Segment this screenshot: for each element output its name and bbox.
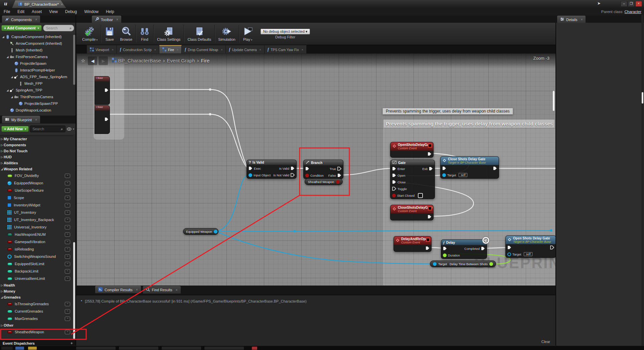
eye-closed-icon[interactable]: ~ xyxy=(65,232,70,237)
eye-closed-icon[interactable]: ~ xyxy=(65,196,70,200)
variable-isreloading[interactable]: isReloading~ xyxy=(0,245,73,253)
tab-components[interactable]: Components× xyxy=(2,16,40,23)
node-open-shots-event[interactable]: OpenShotsDelayGateCustom Event xyxy=(390,142,434,158)
data-pin[interactable] xyxy=(336,180,340,184)
eye-closed-icon[interactable]: ~ xyxy=(65,262,70,266)
debug-object-dropdown[interactable]: No debug object selected ▾ xyxy=(261,29,310,34)
exec-pin[interactable] xyxy=(481,246,485,250)
component-tree-item[interactable]: ProjectileSpawn xyxy=(0,60,73,67)
view-options-button[interactable]: ▾ xyxy=(67,128,74,131)
component-tree-item[interactable]: ◢ThirdPersonCamera xyxy=(0,94,73,100)
graph-tab-viewport[interactable]: Viewport× xyxy=(87,45,117,53)
eye-closed-icon[interactable]: ~ xyxy=(65,330,70,334)
eye-closed-icon[interactable]: ~ xyxy=(65,247,70,251)
tab-compiler-results[interactable]: Compiler Results× xyxy=(95,286,141,293)
data-pin[interactable] xyxy=(489,262,493,266)
component-tree-item[interactable]: ◢CapsuleComponent (Inherited) xyxy=(0,33,73,40)
exec-pin[interactable] xyxy=(291,166,295,170)
category-other[interactable]: ▷Other xyxy=(0,322,73,328)
close-icon[interactable]: × xyxy=(154,48,156,51)
eye-closed-icon[interactable]: ~ xyxy=(65,277,70,281)
taskbar-item[interactable] xyxy=(204,347,244,350)
class-settings-button[interactable]: Class Settings xyxy=(154,23,183,45)
variable-universalitemlimit[interactable]: UniversalItemLimit~ xyxy=(0,275,73,282)
document-tab[interactable]: BP_CharacterBase* × xyxy=(12,0,66,8)
category-weapon-related[interactable]: ◢Weapon Related xyxy=(0,166,73,172)
component-tree-item[interactable]: Mesh (Inherited) xyxy=(0,47,73,53)
exec-pin[interactable] xyxy=(428,215,432,219)
eye-closed-icon[interactable]: ~ xyxy=(65,309,70,314)
category-my-character[interactable]: ▷My Character xyxy=(0,136,73,142)
variable-maxgrenades[interactable]: MaxGrenades~ xyxy=(0,315,73,322)
add-component-button[interactable]: + Add Component▾ xyxy=(1,25,42,31)
eye-closed-icon[interactable]: ~ xyxy=(65,203,70,207)
data-pin[interactable] xyxy=(305,174,309,177)
expander-icon[interactable]: ◢ xyxy=(0,168,4,171)
browse-button[interactable]: Browse xyxy=(117,23,135,45)
taskbar-item[interactable] xyxy=(162,347,201,350)
menu-window[interactable]: Window xyxy=(80,8,102,15)
clipped-node[interactable]: r Base xyxy=(95,76,110,105)
close-icon[interactable]: × xyxy=(302,48,303,51)
close-button[interactable]: × xyxy=(635,1,642,7)
variable-ut_inventory_backpack[interactable]: UT_Inventory_Backpack~ xyxy=(0,216,73,223)
close-icon[interactable]: × xyxy=(260,48,261,51)
comment-title[interactable]: Prevents spamming the trigger, uses dela… xyxy=(384,120,554,128)
exec-pin[interactable] xyxy=(493,166,497,170)
eye-closed-icon[interactable]: ~ xyxy=(65,254,70,259)
class-defaults-button[interactable]: Class Defaults xyxy=(185,23,214,45)
node-open-shots-fn[interactable]: Open Shots Delay GateTarget is BP Charac… xyxy=(505,235,555,258)
expander-icon[interactable]: ▷ xyxy=(0,156,4,159)
eye-closed-icon[interactable]: ~ xyxy=(65,317,70,321)
variable-universal_inventory[interactable]: Universal_Inventory~ xyxy=(0,223,73,231)
tab-details[interactable]: Details× xyxy=(557,16,586,23)
favorite-star-icon[interactable]: ☆ xyxy=(81,58,85,64)
delegate-pin[interactable] xyxy=(426,238,430,242)
clear-button[interactable]: Clear xyxy=(541,340,550,344)
myblueprint-scrollbar[interactable] xyxy=(73,242,75,339)
save-button[interactable]: Save xyxy=(102,23,117,45)
component-tree-item[interactable]: ◢FirstPersonCamera xyxy=(0,53,73,60)
exec-pin[interactable] xyxy=(337,167,341,171)
graph-scrollbar[interactable] xyxy=(553,91,554,111)
start-closed-checkbox[interactable] xyxy=(418,193,423,198)
graph-tab-tps-cam-yaw-fix[interactable]: fTPS Cam Yaw Fix× xyxy=(265,45,307,53)
exec-pin[interactable] xyxy=(443,246,447,250)
expander-icon[interactable]: ◢ xyxy=(6,55,9,58)
add-new-button[interactable]: + Add New▾ xyxy=(1,126,29,132)
components-scrollbar[interactable] xyxy=(73,35,75,85)
close-icon[interactable]: × xyxy=(112,48,114,51)
menu-debug[interactable]: Debug xyxy=(61,8,80,15)
category-do-not-touch[interactable]: ▷Do Not Touch xyxy=(0,148,73,154)
category-grenades[interactable]: ◢Grenades xyxy=(0,294,73,300)
exec-pin[interactable] xyxy=(105,117,109,121)
graph-tab-update-camera[interactable]: fUpdate Camera× xyxy=(226,45,264,53)
expander-icon[interactable]: ▷ xyxy=(0,138,4,141)
node-delay-and-reopen[interactable]: DelayAndReOpenCustom Event xyxy=(393,236,432,252)
category-health[interactable]: ▷Health xyxy=(0,282,73,288)
variable-equippedweapon[interactable]: EquippedWeapon~ xyxy=(0,179,73,187)
menu-view[interactable]: View xyxy=(45,8,61,15)
eye-closed-icon[interactable]: ~ xyxy=(65,210,70,215)
variable-gamepadvibration[interactable]: GamepadVibration~ xyxy=(0,238,73,245)
exec-pin[interactable] xyxy=(249,166,253,170)
expander-icon[interactable]: ▷ xyxy=(0,284,4,287)
eye-closed-icon[interactable]: ~ xyxy=(65,225,70,229)
delegate-pin[interactable] xyxy=(428,206,432,210)
variable-isthrowinggrenades[interactable]: IsThrowingGrenades~ xyxy=(0,300,73,308)
exec-pin[interactable] xyxy=(392,167,396,171)
details-scrollbar[interactable] xyxy=(642,92,643,104)
variable-currentgrenades[interactable]: CurrentGrenades~ xyxy=(0,308,73,315)
exec-pin[interactable] xyxy=(392,187,396,191)
expander-icon[interactable]: ◢ xyxy=(10,75,14,78)
graph-tab-construction-scrip[interactable]: fConstruction Scrip× xyxy=(117,45,159,53)
data-pin[interactable] xyxy=(392,194,396,197)
expander-icon[interactable]: ▷ xyxy=(0,144,4,147)
play-button[interactable]: Play▾ xyxy=(240,23,256,45)
close-icon[interactable]: × xyxy=(221,48,222,51)
expander-icon[interactable]: ◢ xyxy=(10,96,14,99)
tab-my-blueprint[interactable]: My Blueprint× xyxy=(2,116,40,123)
close-icon[interactable]: × xyxy=(116,18,118,21)
taskbar-item[interactable] xyxy=(76,347,116,350)
exec-pin[interactable] xyxy=(426,246,430,250)
